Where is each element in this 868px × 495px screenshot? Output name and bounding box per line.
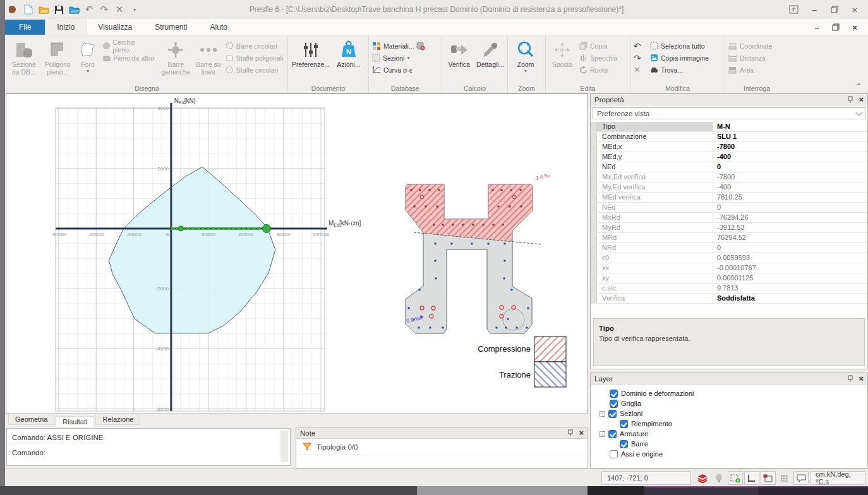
pin-icon[interactable] [567,429,574,436]
sezione-db-button[interactable]: Sezione da DB... [8,37,40,84]
close-button[interactable]: × [845,3,864,16]
layer-item[interactable]: −Armature [600,429,865,439]
import-folder-icon[interactable] [68,4,80,15]
layer-checkbox[interactable] [610,390,618,398]
property-row[interactable]: ε00.0059593 [591,253,867,263]
delete-icon[interactable]: ✕ [114,4,125,15]
child-minimize-button[interactable]: – [809,21,825,33]
pieno-da-altro-button[interactable]: Pieno da altro [100,52,159,64]
tree-expander-icon[interactable]: − [600,431,605,437]
new-file-icon[interactable] [23,4,34,15]
redo-small-icon[interactable]: ↷ [632,52,648,64]
property-value[interactable]: -76294.26 [713,213,867,222]
property-row[interactable]: MEd,y-400 [591,152,867,162]
property-row[interactable]: NEd0 [591,162,867,172]
add-selection-icon[interactable] [728,471,743,485]
grid-snap-icon[interactable] [777,471,792,485]
property-value[interactable]: 0 [713,162,867,172]
ortho-rect-icon[interactable] [761,471,776,485]
sposta-button[interactable]: Sposta [547,37,577,84]
layers-status-icon[interactable] [695,471,710,485]
qat-dropdown-icon[interactable]: ▾ [129,4,140,15]
zoom-button[interactable]: Zoom ▾ [509,37,542,84]
property-row[interactable]: xy0.00001125 [591,273,867,283]
copia-button[interactable]: Copia [577,40,628,52]
property-value[interactable]: SLU 1 [713,132,867,141]
tab-geometria[interactable]: Geometria [8,414,54,425]
seleziona-tutto-button[interactable]: Seleziona tutto [648,40,723,52]
area-button[interactable]: Area [726,64,787,76]
poligono-pieno-button[interactable]: Poligono pieno... [40,37,75,84]
property-value[interactable]: -7800 [713,172,867,182]
tab-aiuto[interactable]: Aiuto [199,20,239,35]
delete-small-icon[interactable]: ✕ [632,64,648,76]
ruota-button[interactable]: Ruota [577,64,628,76]
command-prompt-line[interactable]: Comando: [12,449,285,456]
layer-item[interactable]: Barre [600,439,865,449]
layer-checkbox[interactable] [620,420,628,428]
layer-item[interactable]: −Sezioni [600,409,865,419]
property-value[interactable]: 7810.25 [713,193,867,202]
preferenze-button[interactable]: Preferenze... [289,37,332,84]
drawing-canvas[interactable]: -90000-60000-300000300006000090000120000… [6,93,588,414]
close-layers-icon[interactable]: × [859,374,864,383]
property-value[interactable]: Soddisfatta [713,294,867,303]
staffe-poligonali-button[interactable]: Staffe poligonali [224,52,286,64]
save-icon[interactable] [53,4,64,15]
tab-strumenti[interactable]: Strumenti [143,20,198,35]
property-value[interactable]: -400 [713,152,867,162]
layer-item[interactable]: Griglia [600,398,865,409]
barre-generiche-button[interactable]: Barre generiche [159,37,193,84]
pin-icon[interactable] [847,96,853,103]
note-filter-row[interactable]: Tipologia 0/0 [296,439,588,455]
tab-file[interactable]: File [5,20,45,35]
layer-checkbox[interactable] [610,400,618,408]
redo-icon[interactable]: ↷ [99,4,110,15]
command-box[interactable]: Comando: ASSI E ORIGINE Comando: [6,428,291,466]
dettagli-button[interactable]: Dettagli... [475,37,507,84]
minimize-button[interactable]: – [805,3,824,16]
undo-icon[interactable]: ↶ [83,4,95,15]
sezioni-button[interactable]: Sezioni▾ [370,52,440,64]
property-row[interactable]: NRd0 [591,243,867,253]
property-row[interactable]: TipoM-N [591,122,867,132]
tree-expander-icon[interactable]: − [600,411,605,417]
barre-circolari-button[interactable]: Barre circolari [224,40,286,52]
property-value[interactable]: -400 [713,182,867,192]
distanza-button[interactable]: Distanza [726,52,787,64]
property-row[interactable]: CombinazioneSLU 1 [591,132,867,142]
close-note-icon[interactable]: × [579,428,584,438]
property-row[interactable]: MRd76394.52 [591,233,867,243]
property-value[interactable]: 0 [713,203,867,212]
layer-item[interactable]: Dominio e deformazioni [600,388,865,398]
ribbon-pin-icon[interactable] [785,3,804,16]
property-row[interactable]: xx-0.00010767 [591,263,867,273]
layer-checkbox[interactable] [608,410,617,418]
property-value[interactable]: -7800 [713,142,867,152]
property-row[interactable]: MyRd-3912.53 [591,223,867,233]
property-value[interactable]: -0.00010767 [713,263,867,273]
command-scrollbar[interactable] [280,431,288,462]
property-value[interactable]: 9.7813 [713,283,867,293]
tooltip-bubble-icon[interactable] [793,471,809,485]
open-file-icon[interactable] [38,4,49,15]
property-row[interactable]: MxRd-76294.26 [591,213,867,223]
layer-checkbox[interactable] [620,440,628,448]
child-restore-button[interactable] [828,21,844,33]
restore-button[interactable] [825,3,844,16]
property-value[interactable]: 76394.52 [713,233,867,242]
coordinate-button[interactable]: XYZCoordinate [726,40,787,52]
property-row[interactable]: VerificaSoddisfatta [591,294,867,304]
azioni-button[interactable]: N Azioni... [332,37,365,84]
tab-inizio[interactable]: Inizio [45,20,87,35]
ribbon-collapse-icon[interactable]: ⌃ [856,82,862,90]
specchia-button[interactable]: Specchia [577,52,628,64]
undo-small-icon[interactable]: ↶ [632,40,648,52]
foro-button[interactable]: Foro ▾ [75,37,100,84]
layer-item[interactable]: Assi e origine [600,449,865,459]
verifica-button[interactable]: Verifica [443,37,475,84]
trova-button[interactable]: Trova... [648,64,723,76]
property-row[interactable]: My,Ed verifica-400 [591,182,867,193]
barre-su-linea-button[interactable]: Barre su linea [193,37,224,84]
property-value[interactable]: 0.0059593 [713,253,867,263]
